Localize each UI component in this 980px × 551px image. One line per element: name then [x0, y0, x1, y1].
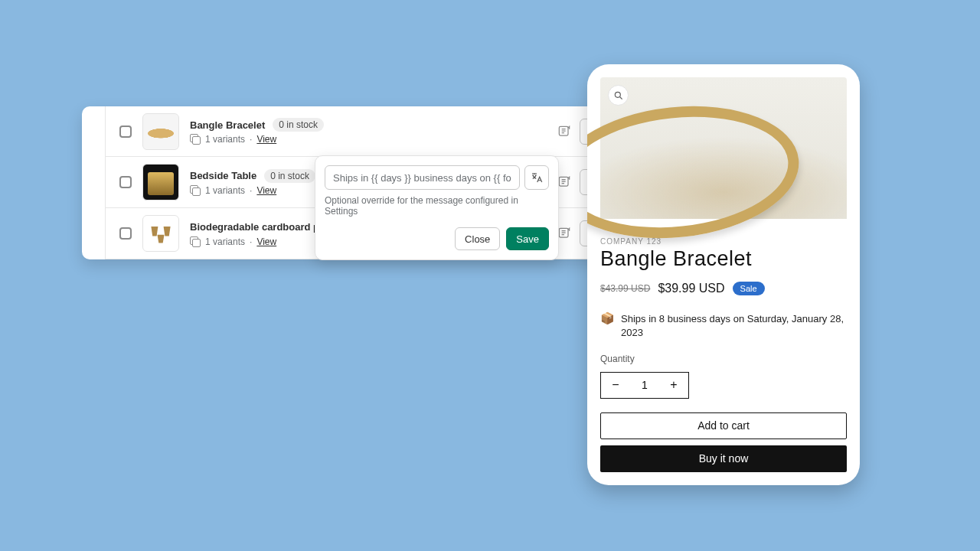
- shipping-text: Ships in 8 business days on Saturday, Ja…: [621, 312, 847, 339]
- view-link[interactable]: View: [256, 236, 276, 247]
- variants-icon: [190, 236, 201, 247]
- variants-count: 1 variants: [205, 185, 245, 196]
- magnifier-icon: [613, 90, 624, 101]
- product-title: Bangle Bracelet: [190, 119, 265, 131]
- product-thumbnail: [142, 164, 179, 201]
- quantity-plus-button[interactable]: +: [659, 373, 688, 398]
- separator: ·: [250, 236, 252, 247]
- message-override-popup: Optional override for the message config…: [315, 155, 559, 260]
- price: $39.99 USD: [658, 282, 724, 295]
- product-title: Biodegradable cardboard pots: [190, 221, 335, 233]
- separator: ·: [250, 134, 252, 145]
- zoom-button[interactable]: [608, 85, 629, 106]
- popup-buttons: Close Save: [325, 227, 549, 250]
- popup-input-row: [325, 165, 549, 190]
- vendor-label: COMPANY 123: [600, 237, 847, 246]
- quantity-value: 1: [630, 373, 659, 398]
- translate-icon: [530, 171, 544, 184]
- buy-now-button[interactable]: Buy it now: [600, 445, 847, 472]
- override-message-input[interactable]: [325, 165, 520, 190]
- note-icon[interactable]: [557, 226, 572, 241]
- product-image: [600, 77, 847, 219]
- product-inner: COMPANY 123 Bangle Bracelet $43.99 USD $…: [600, 77, 847, 472]
- add-to-cart-button[interactable]: Add to cart: [600, 412, 847, 439]
- product-title: Bedside Table: [190, 170, 256, 181]
- price-row: $43.99 USD $39.99 USD Sale: [600, 282, 847, 295]
- bracelet-graphic: [587, 95, 805, 250]
- translate-button[interactable]: [524, 165, 549, 190]
- product-thumbnail: [142, 215, 179, 252]
- popup-help-text: Optional override for the message config…: [325, 195, 549, 217]
- shipping-message: 📦 Ships in 8 business days on Saturday, …: [600, 312, 847, 339]
- svg-point-3: [615, 92, 620, 97]
- product-title: Bangle Bracelet: [600, 247, 847, 271]
- package-icon: 📦: [600, 312, 615, 324]
- variants-count: 1 variants: [205, 134, 245, 145]
- variants-icon: [190, 185, 201, 196]
- row-checkbox[interactable]: [119, 126, 132, 138]
- compare-price: $43.99 USD: [600, 283, 650, 294]
- row-checkbox[interactable]: [119, 227, 132, 240]
- quantity-label: Quantity: [600, 354, 847, 364]
- row-main: Bangle Bracelet 0 in stock 1 variants · …: [190, 118, 546, 145]
- note-icon[interactable]: [557, 124, 572, 139]
- save-button[interactable]: Save: [506, 227, 549, 250]
- close-button[interactable]: Close: [455, 227, 500, 250]
- stock-badge: 0 in stock: [264, 169, 315, 183]
- variants-icon: [190, 134, 201, 145]
- variants-count: 1 variants: [205, 236, 245, 247]
- row-checkbox[interactable]: [119, 176, 132, 188]
- view-link[interactable]: View: [256, 134, 276, 145]
- separator: ·: [250, 185, 252, 196]
- note-icon[interactable]: [557, 174, 572, 190]
- product-preview-card: COMPANY 123 Bangle Bracelet $43.99 USD $…: [587, 64, 860, 485]
- sale-badge: Sale: [733, 282, 765, 295]
- view-link[interactable]: View: [256, 185, 276, 196]
- quantity-minus-button[interactable]: −: [601, 373, 630, 398]
- product-thumbnail: [142, 113, 179, 150]
- stock-badge: 0 in stock: [273, 118, 324, 132]
- quantity-control: − 1 +: [600, 372, 689, 399]
